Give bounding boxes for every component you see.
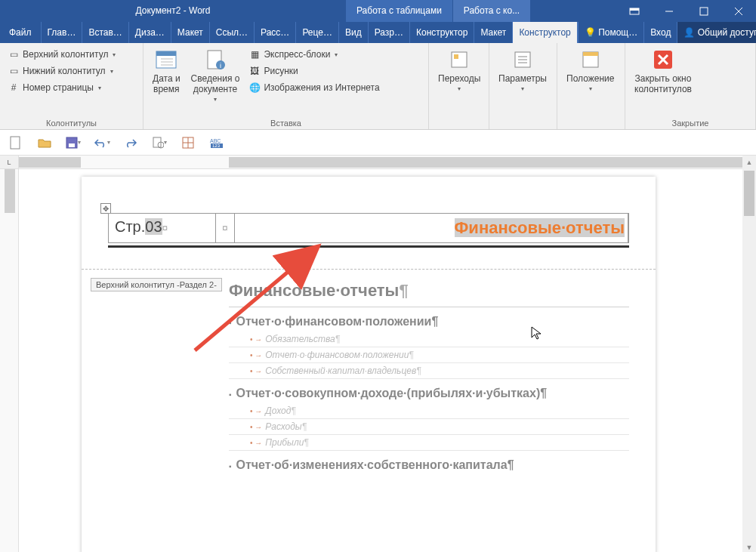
tab-selector[interactable]: L <box>0 156 19 169</box>
footer-icon: ▭ <box>8 65 20 77</box>
context-tab-headers[interactable]: Работа с ко... <box>453 0 531 22</box>
maximize-button[interactable] <box>687 0 721 22</box>
toc-item[interactable]: Собственный·капитал·владельцев¶ <box>229 363 629 379</box>
chevron-down-icon: ▾ <box>110 68 113 75</box>
document-info-icon: i <box>203 48 227 72</box>
scroll-thumb[interactable] <box>744 171 754 216</box>
person-icon: 👤 <box>683 27 695 38</box>
tab-view[interactable]: Вид <box>339 22 369 43</box>
scroll-up-icon[interactable]: ▲ <box>742 156 756 169</box>
heading-1[interactable]: Финансовые·отчеты¶ <box>229 281 629 301</box>
options-button[interactable]: Параметры▾ <box>494 46 551 94</box>
svg-text:i: i <box>220 62 221 69</box>
tab-table-design[interactable]: Конструктор <box>410 22 474 43</box>
quick-parts-button[interactable]: ▦Экспресс-блоки▾ <box>245 46 382 63</box>
tab-design[interactable]: Диза… <box>129 22 171 43</box>
svg-rect-7 <box>156 51 176 56</box>
tab-home[interactable]: Глав… <box>42 22 83 43</box>
chevron-down-icon: ▾ <box>521 85 524 92</box>
calendar-icon <box>154 48 178 72</box>
print-preview-button[interactable]: ▾ <box>151 134 168 151</box>
tab-insert[interactable]: Встав… <box>82 22 128 43</box>
toc-item[interactable]: Прибыли¶ <box>229 435 629 451</box>
tell-me[interactable]: 💡 Помощ… <box>578 22 643 43</box>
svg-rect-21 <box>583 52 598 56</box>
lightbulb-icon: 💡 <box>585 27 596 38</box>
scroll-down-icon[interactable]: ▼ <box>742 541 756 552</box>
page-number-icon: # <box>8 82 20 94</box>
date-time-button[interactable]: Дата и время <box>148 46 185 96</box>
header-section-tag: Верхний колонтитул -Раздел 2- <box>91 278 222 291</box>
heading-2[interactable]: Отчет·о·финансовом·положении¶ <box>229 315 629 328</box>
tab-layout[interactable]: Макет <box>171 22 210 43</box>
close-header-footer-button[interactable]: Закрыть окно колонтитулов <box>630 46 696 96</box>
word-count-button[interactable]: ABC123 <box>208 134 225 151</box>
header-icon: ▭ <box>8 48 20 60</box>
online-pictures-button[interactable]: 🌐Изображения из Интернета <box>245 79 382 96</box>
table-move-handle[interactable]: ✥ <box>100 203 111 214</box>
group-label: Вставка <box>148 117 424 128</box>
save-button[interactable]: ▾ <box>65 134 82 151</box>
header-button[interactable]: ▭Верхний колонтитул▾ <box>5 46 119 63</box>
navigation-button[interactable]: Переходы▾ <box>434 46 485 94</box>
doc-info-button[interactable]: i Сведения о документе▾ <box>187 46 245 104</box>
ribbon-tabs: Файл Глав… Встав… Диза… Макет Ссыл… Расс… <box>0 22 756 43</box>
open-button[interactable] <box>36 134 53 151</box>
undo-button[interactable]: ▾ <box>94 134 110 151</box>
horizontal-ruler[interactable] <box>19 156 742 169</box>
document-page[interactable]: ✥ Стр.03¤ ¤ Финансовые·отчеты Верхний ко… <box>82 177 656 552</box>
chevron-down-icon: ▾ <box>589 85 592 92</box>
header-table[interactable]: Стр.03¤ ¤ Финансовые·отчеты <box>108 213 629 243</box>
tab-file[interactable]: Файл <box>0 22 42 43</box>
vertical-ruler[interactable] <box>0 169 19 552</box>
close-button[interactable] <box>721 0 756 22</box>
ribbon-display-icon[interactable] <box>617 0 652 22</box>
ribbon: ▭Верхний колонтитул▾ ▭Нижний колонтитул▾… <box>0 43 756 130</box>
header-page-cell[interactable]: Стр.03¤ <box>109 214 216 242</box>
table-button[interactable] <box>180 134 196 151</box>
tab-review[interactable]: Реце… <box>296 22 339 43</box>
toc-item[interactable]: Доход¶ <box>229 403 629 419</box>
heading-2[interactable]: Отчет·о·совокупном·доходе·(прибылях·и·уб… <box>229 387 629 400</box>
new-doc-button[interactable] <box>8 134 24 151</box>
tab-developer[interactable]: Разр… <box>369 22 410 43</box>
heading-2[interactable]: Отчет·об·изменениях·собственного·капитал… <box>229 458 629 472</box>
minimize-button[interactable] <box>652 0 687 22</box>
tab-references[interactable]: Ссыл… <box>210 22 255 43</box>
position-icon <box>579 48 603 72</box>
svg-rect-27 <box>69 143 75 147</box>
chevron-down-icon: ▾ <box>113 51 116 58</box>
share-button[interactable]: 👤 Общий доступ <box>677 22 756 43</box>
chevron-down-icon: ▾ <box>214 96 217 103</box>
page-number-button[interactable]: #Номер страницы▾ <box>5 79 119 96</box>
tab-mailings[interactable]: Расс… <box>255 22 296 43</box>
quick-parts-icon: ▦ <box>248 48 261 60</box>
toc-item[interactable]: Расходы¶ <box>229 419 629 435</box>
document-body[interactable]: Финансовые·отчеты¶ Отчет·о·финансовом·по… <box>229 281 629 475</box>
context-tab-tables[interactable]: Работа с таблицами <box>346 0 453 22</box>
tab-header-design[interactable]: Конструктор <box>513 22 577 43</box>
header-mid-cell[interactable]: ¤ <box>216 214 235 242</box>
redo-button[interactable] <box>122 134 139 151</box>
svg-rect-1 <box>630 8 639 11</box>
online-picture-icon: 🌐 <box>248 82 261 94</box>
svg-rect-3 <box>700 8 708 15</box>
sign-in[interactable]: Вход <box>643 22 677 43</box>
options-icon <box>511 48 535 72</box>
vertical-scrollbar[interactable]: ▲ ▼ <box>742 156 756 552</box>
group-label: Колонтитулы <box>5 117 138 128</box>
tab-table-layout[interactable]: Макет <box>474 22 513 43</box>
header-title-cell[interactable]: Финансовые·отчеты <box>235 214 628 242</box>
footer-button[interactable]: ▭Нижний колонтитул▾ <box>5 63 119 79</box>
position-button[interactable]: Положение▾ <box>562 46 619 94</box>
navigation-icon <box>447 48 471 72</box>
pictures-button[interactable]: 🖼Рисунки <box>245 63 382 79</box>
svg-rect-25 <box>11 137 20 149</box>
svg-text:123: 123 <box>212 143 221 148</box>
toc-item[interactable]: Обязательства¶ <box>229 332 629 347</box>
chevron-down-icon: ▾ <box>98 85 101 91</box>
close-icon <box>651 48 675 72</box>
toc-item[interactable]: Отчет·о·финансовом·положении¶ <box>229 347 629 363</box>
picture-icon: 🖼 <box>248 65 261 77</box>
group-label: Закрытие <box>630 117 751 128</box>
